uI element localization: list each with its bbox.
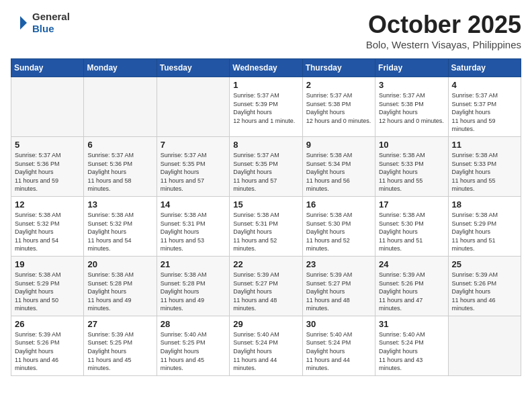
day-number: 18 bbox=[452, 199, 517, 210]
day-number: 6 bbox=[87, 140, 152, 150]
day-info: Sunrise: 5:38 AM Sunset: 5:33 PM Dayligh… bbox=[379, 151, 444, 193]
day-info: Sunrise: 5:37 AM Sunset: 5:39 PM Dayligh… bbox=[233, 91, 298, 125]
location-title: Bolo, Western Visayas, Philippines bbox=[366, 39, 521, 50]
day-number: 9 bbox=[306, 140, 371, 150]
calendar-cell: 25 Sunrise: 5:39 AM Sunset: 5:26 PM Dayl… bbox=[448, 256, 521, 316]
day-info: Sunrise: 5:37 AM Sunset: 5:35 PM Dayligh… bbox=[233, 151, 298, 193]
day-info: Sunrise: 5:39 AM Sunset: 5:25 PM Dayligh… bbox=[87, 330, 152, 373]
calendar-cell: 14 Sunrise: 5:38 AM Sunset: 5:31 PM Dayl… bbox=[157, 196, 229, 256]
day-info: Sunrise: 5:38 AM Sunset: 5:34 PM Dayligh… bbox=[306, 151, 371, 193]
calendar-cell: 28 Sunrise: 5:40 AM Sunset: 5:25 PM Dayl… bbox=[157, 316, 229, 375]
weekday-header: Sunday bbox=[11, 59, 84, 77]
day-number: 2 bbox=[306, 80, 371, 90]
calendar-cell: 17 Sunrise: 5:38 AM Sunset: 5:30 PM Dayl… bbox=[375, 196, 448, 256]
calendar-cell: 16 Sunrise: 5:38 AM Sunset: 5:30 PM Dayl… bbox=[302, 196, 375, 256]
logo: General Blue bbox=[11, 11, 70, 35]
day-number: 27 bbox=[87, 319, 152, 329]
weekday-header: Friday bbox=[375, 59, 448, 77]
calendar-cell: 20 Sunrise: 5:38 AM Sunset: 5:28 PM Dayl… bbox=[84, 256, 157, 316]
header: General Blue October 2025 Bolo, Western … bbox=[11, 11, 521, 50]
day-number: 31 bbox=[379, 319, 444, 329]
day-number: 22 bbox=[233, 259, 298, 269]
day-info: Sunrise: 5:38 AM Sunset: 5:29 PM Dayligh… bbox=[452, 211, 517, 253]
day-info: Sunrise: 5:40 AM Sunset: 5:24 PM Dayligh… bbox=[306, 330, 371, 373]
calendar-cell bbox=[11, 77, 84, 137]
day-number: 5 bbox=[15, 140, 80, 150]
day-info: Sunrise: 5:38 AM Sunset: 5:32 PM Dayligh… bbox=[87, 211, 152, 253]
weekday-header: Wednesday bbox=[230, 59, 302, 77]
calendar-cell: 11 Sunrise: 5:38 AM Sunset: 5:33 PM Dayl… bbox=[448, 136, 521, 196]
day-info: Sunrise: 5:39 AM Sunset: 5:26 PM Dayligh… bbox=[379, 271, 444, 313]
calendar-week-row: 5 Sunrise: 5:37 AM Sunset: 5:36 PM Dayli… bbox=[11, 136, 521, 196]
calendar-cell bbox=[448, 316, 521, 375]
day-info: Sunrise: 5:39 AM Sunset: 5:26 PM Dayligh… bbox=[15, 330, 80, 373]
day-info: Sunrise: 5:38 AM Sunset: 5:31 PM Dayligh… bbox=[161, 211, 226, 253]
calendar-cell: 6 Sunrise: 5:37 AM Sunset: 5:36 PM Dayli… bbox=[84, 136, 157, 196]
day-info: Sunrise: 5:37 AM Sunset: 5:36 PM Dayligh… bbox=[87, 151, 152, 193]
day-info: Sunrise: 5:38 AM Sunset: 5:28 PM Dayligh… bbox=[87, 271, 152, 313]
day-info: Sunrise: 5:37 AM Sunset: 5:38 PM Dayligh… bbox=[306, 91, 371, 125]
day-number: 8 bbox=[233, 140, 298, 150]
weekday-header: Monday bbox=[84, 59, 157, 77]
day-number: 3 bbox=[379, 80, 444, 90]
calendar-cell: 27 Sunrise: 5:39 AM Sunset: 5:25 PM Dayl… bbox=[84, 316, 157, 375]
day-number: 1 bbox=[233, 80, 298, 90]
day-number: 16 bbox=[306, 199, 371, 210]
day-info: Sunrise: 5:40 AM Sunset: 5:24 PM Dayligh… bbox=[379, 330, 444, 373]
day-info: Sunrise: 5:40 AM Sunset: 5:25 PM Dayligh… bbox=[161, 330, 226, 373]
day-number: 11 bbox=[452, 140, 517, 150]
calendar-cell: 8 Sunrise: 5:37 AM Sunset: 5:35 PM Dayli… bbox=[230, 136, 302, 196]
day-info: Sunrise: 5:38 AM Sunset: 5:31 PM Dayligh… bbox=[233, 211, 298, 253]
day-number: 12 bbox=[15, 199, 80, 210]
calendar-table: SundayMondayTuesdayWednesdayThursdayFrid… bbox=[11, 58, 521, 376]
day-number: 10 bbox=[379, 140, 444, 150]
day-number: 4 bbox=[452, 80, 517, 90]
day-info: Sunrise: 5:38 AM Sunset: 5:29 PM Dayligh… bbox=[15, 271, 80, 313]
day-number: 7 bbox=[161, 140, 226, 150]
weekday-header: Saturday bbox=[448, 59, 521, 77]
day-info: Sunrise: 5:40 AM Sunset: 5:24 PM Dayligh… bbox=[233, 330, 298, 373]
day-number: 19 bbox=[15, 259, 80, 269]
calendar-week-row: 26 Sunrise: 5:39 AM Sunset: 5:26 PM Dayl… bbox=[11, 316, 521, 375]
day-info: Sunrise: 5:39 AM Sunset: 5:26 PM Dayligh… bbox=[452, 271, 517, 313]
calendar-cell: 12 Sunrise: 5:38 AM Sunset: 5:32 PM Dayl… bbox=[11, 196, 84, 256]
day-number: 30 bbox=[306, 319, 371, 329]
calendar-cell: 13 Sunrise: 5:38 AM Sunset: 5:32 PM Dayl… bbox=[84, 196, 157, 256]
day-number: 17 bbox=[379, 199, 444, 210]
day-info: Sunrise: 5:39 AM Sunset: 5:27 PM Dayligh… bbox=[306, 271, 371, 313]
weekday-header: Tuesday bbox=[157, 59, 229, 77]
logo-svg bbox=[11, 13, 30, 32]
day-number: 20 bbox=[87, 259, 152, 269]
day-number: 26 bbox=[15, 319, 80, 329]
calendar-cell: 4 Sunrise: 5:37 AM Sunset: 5:37 PM Dayli… bbox=[448, 77, 521, 137]
calendar-cell: 7 Sunrise: 5:37 AM Sunset: 5:35 PM Dayli… bbox=[157, 136, 229, 196]
calendar-cell: 19 Sunrise: 5:38 AM Sunset: 5:29 PM Dayl… bbox=[11, 256, 84, 316]
day-number: 24 bbox=[379, 259, 444, 269]
calendar-cell: 18 Sunrise: 5:38 AM Sunset: 5:29 PM Dayl… bbox=[448, 196, 521, 256]
day-number: 28 bbox=[161, 319, 226, 329]
calendar-cell: 23 Sunrise: 5:39 AM Sunset: 5:27 PM Dayl… bbox=[302, 256, 375, 316]
weekday-header: Thursday bbox=[302, 59, 375, 77]
day-info: Sunrise: 5:38 AM Sunset: 5:28 PM Dayligh… bbox=[161, 271, 226, 313]
calendar-cell: 15 Sunrise: 5:38 AM Sunset: 5:31 PM Dayl… bbox=[230, 196, 302, 256]
day-number: 29 bbox=[233, 319, 298, 329]
day-info: Sunrise: 5:38 AM Sunset: 5:33 PM Dayligh… bbox=[452, 151, 517, 193]
calendar-cell: 22 Sunrise: 5:39 AM Sunset: 5:27 PM Dayl… bbox=[230, 256, 302, 316]
calendar-cell: 26 Sunrise: 5:39 AM Sunset: 5:26 PM Dayl… bbox=[11, 316, 84, 375]
calendar-week-row: 12 Sunrise: 5:38 AM Sunset: 5:32 PM Dayl… bbox=[11, 196, 521, 256]
calendar-cell: 31 Sunrise: 5:40 AM Sunset: 5:24 PM Dayl… bbox=[375, 316, 448, 375]
day-info: Sunrise: 5:39 AM Sunset: 5:27 PM Dayligh… bbox=[233, 271, 298, 313]
calendar-cell: 10 Sunrise: 5:38 AM Sunset: 5:33 PM Dayl… bbox=[375, 136, 448, 196]
day-number: 14 bbox=[161, 199, 226, 210]
calendar-cell: 29 Sunrise: 5:40 AM Sunset: 5:24 PM Dayl… bbox=[230, 316, 302, 375]
day-info: Sunrise: 5:38 AM Sunset: 5:32 PM Dayligh… bbox=[15, 211, 80, 253]
calendar-cell: 2 Sunrise: 5:37 AM Sunset: 5:38 PM Dayli… bbox=[302, 77, 375, 137]
calendar-cell: 1 Sunrise: 5:37 AM Sunset: 5:39 PM Dayli… bbox=[230, 77, 302, 137]
calendar-week-row: 19 Sunrise: 5:38 AM Sunset: 5:29 PM Dayl… bbox=[11, 256, 521, 316]
logo-text: General Blue bbox=[32, 11, 70, 35]
day-info: Sunrise: 5:37 AM Sunset: 5:36 PM Dayligh… bbox=[15, 151, 80, 193]
weekday-header-row: SundayMondayTuesdayWednesdayThursdayFrid… bbox=[11, 59, 521, 77]
day-info: Sunrise: 5:37 AM Sunset: 5:37 PM Dayligh… bbox=[452, 91, 517, 134]
title-area: October 2025 Bolo, Western Visayas, Phil… bbox=[366, 11, 521, 50]
calendar-week-row: 1 Sunrise: 5:37 AM Sunset: 5:39 PM Dayli… bbox=[11, 77, 521, 137]
